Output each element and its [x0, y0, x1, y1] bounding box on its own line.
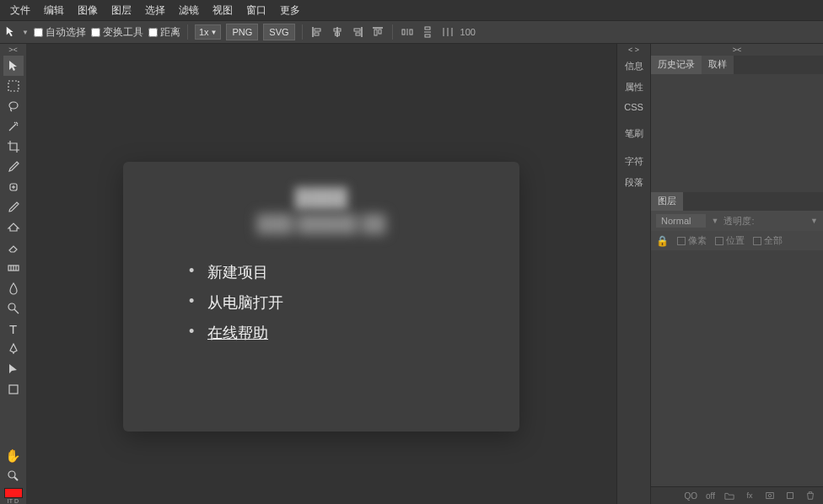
svg-line-35 [14, 477, 18, 480]
healing-tool[interactable] [3, 177, 24, 197]
menu-window[interactable]: 窗口 [239, 0, 273, 21]
cursor-dropdown-icon[interactable]: ▼ [22, 29, 29, 36]
status-qo: QO [685, 491, 698, 501]
zoom-tool[interactable] [3, 466, 24, 486]
new-layer-icon[interactable] [784, 490, 796, 501]
export-png-button[interactable]: PNG [226, 24, 258, 40]
svg-rect-13 [410, 29, 412, 35]
svg-rect-7 [354, 29, 360, 31]
lock-position-checkbox[interactable] [715, 237, 723, 245]
welcome-online-help[interactable]: 在线帮助 [207, 318, 486, 348]
folder-icon[interactable] [723, 490, 735, 501]
marquee-tool[interactable] [3, 76, 24, 96]
dodge-tool[interactable] [3, 298, 24, 319]
svg-rect-11 [379, 29, 381, 34]
history-tab[interactable]: 历史记录 [651, 56, 702, 74]
menu-view[interactable]: 视图 [206, 0, 239, 21]
layers-controls: Normal ▼ 透明度: ▼ [651, 211, 823, 231]
svg-rect-21 [8, 81, 19, 91]
svg-rect-10 [374, 29, 377, 35]
align-top-icon[interactable] [370, 24, 385, 40]
mask-icon[interactable] [764, 490, 776, 501]
distribute-v-icon[interactable] [420, 24, 435, 40]
align-hcenter-icon[interactable] [330, 24, 345, 40]
layers-list-area [651, 250, 823, 486]
svg-point-34 [8, 471, 15, 478]
tools-collapse-icon[interactable]: >< [8, 46, 18, 56]
menu-edit[interactable]: 编辑 [37, 0, 71, 21]
hand-tool[interactable]: ✋ [3, 446, 24, 466]
path-select-tool[interactable] [3, 359, 24, 379]
align-left-icon[interactable] [309, 24, 325, 40]
main-area: >< T ✋ ITD ████ ███ █████ ██ 新建项目 [0, 44, 823, 504]
distance-label: 距离 [160, 25, 180, 40]
export-svg-button[interactable]: SVG [263, 24, 294, 40]
main-menubar: 文件 编辑 图像 图层 选择 滤镜 视图 窗口 更多 [0, 0, 823, 20]
eyedropper-tool[interactable] [3, 157, 24, 177]
right-collapsed-panels: < > 信息 属性 CSS 笔刷 字符 段落 [616, 44, 650, 504]
panel-css-tab[interactable]: CSS [617, 98, 650, 116]
clone-stamp-tool[interactable] [3, 217, 24, 238]
transform-tool-label: 变换工具 [103, 25, 143, 40]
panel-brushes-tab[interactable]: 笔刷 [617, 123, 650, 144]
lasso-tool[interactable] [3, 96, 24, 116]
chevron-down-icon: ▼ [711, 217, 718, 225]
welcome-subtitle-blurred: ███ █████ ██ [157, 214, 486, 233]
svg-rect-8 [356, 33, 360, 35]
distribute-h-icon[interactable] [400, 24, 415, 40]
panel-character-tab[interactable]: 字符 [617, 151, 650, 172]
panels-collapse-icon[interactable]: >< [651, 44, 823, 56]
type-tool[interactable]: T [3, 319, 24, 339]
menu-file[interactable]: 文件 [3, 0, 37, 21]
pen-tool[interactable] [3, 339, 24, 359]
panel-properties-tab[interactable]: 属性 [617, 77, 650, 98]
move-tool[interactable] [3, 56, 24, 76]
auto-select-checkbox[interactable]: 自动选择 [34, 25, 86, 40]
menu-select[interactable]: 选择 [138, 0, 172, 21]
sample-tab[interactable]: 取样 [702, 56, 734, 74]
svg-rect-16 [425, 35, 430, 37]
panel-paragraph-tab[interactable]: 段落 [617, 172, 650, 193]
align-right-icon[interactable] [350, 24, 365, 40]
blend-mode-select[interactable]: Normal [656, 214, 706, 228]
zoom-select[interactable]: 1x ▼ [195, 24, 222, 40]
history-panel-tabs: 历史记录 取样 [651, 56, 823, 74]
transform-tool-checkbox[interactable]: 变换工具 [91, 25, 143, 40]
eraser-tool[interactable] [3, 238, 24, 258]
brush-tool[interactable] [3, 197, 24, 217]
welcome-new-project[interactable]: 新建项目 [207, 257, 486, 287]
chevron-down-icon: ▼ [211, 29, 218, 36]
right-collapse-icon[interactable]: < > [617, 44, 650, 56]
svg-rect-1 [315, 29, 320, 31]
move-cursor-icon [5, 25, 17, 40]
lock-all-checkbox[interactable] [753, 237, 761, 245]
panel-info-tab[interactable]: 信息 [617, 56, 650, 77]
blur-tool[interactable] [3, 278, 24, 298]
svg-point-30 [8, 303, 15, 310]
layers-tab[interactable]: 图层 [651, 192, 683, 211]
trash-icon[interactable] [804, 490, 816, 501]
tools-panel: >< T ✋ ITD [0, 44, 26, 504]
shape-tool[interactable] [3, 379, 24, 399]
auto-select-label: 自动选择 [46, 25, 86, 40]
svg-point-37 [768, 494, 771, 496]
distribute-spacing-icon[interactable] [440, 24, 455, 40]
welcome-card: ████ ███ █████ ██ 新建项目 从电脑打开 在线帮助 [123, 162, 519, 432]
opacity-dropdown-icon[interactable]: ▼ [810, 217, 818, 225]
svg-rect-38 [788, 493, 793, 499]
menu-layer[interactable]: 图层 [105, 0, 138, 21]
crop-tool[interactable] [3, 137, 24, 157]
menu-more[interactable]: 更多 [273, 0, 307, 21]
wand-tool[interactable] [3, 116, 24, 137]
menu-image[interactable]: 图像 [71, 0, 105, 21]
fx-icon[interactable]: fx [744, 490, 756, 501]
welcome-title-blurred: ████ [157, 187, 486, 209]
lock-icon[interactable]: 🔒 [656, 235, 669, 247]
distance-checkbox[interactable]: 距离 [148, 25, 180, 40]
gradient-tool[interactable] [3, 258, 24, 278]
opacity-label: 透明度: [723, 215, 754, 228]
foreground-color-swatch[interactable] [4, 488, 23, 498]
welcome-open-from-computer[interactable]: 从电脑打开 [207, 287, 486, 318]
lock-pixels-checkbox[interactable] [677, 237, 686, 245]
menu-filter[interactable]: 滤镜 [172, 0, 206, 21]
